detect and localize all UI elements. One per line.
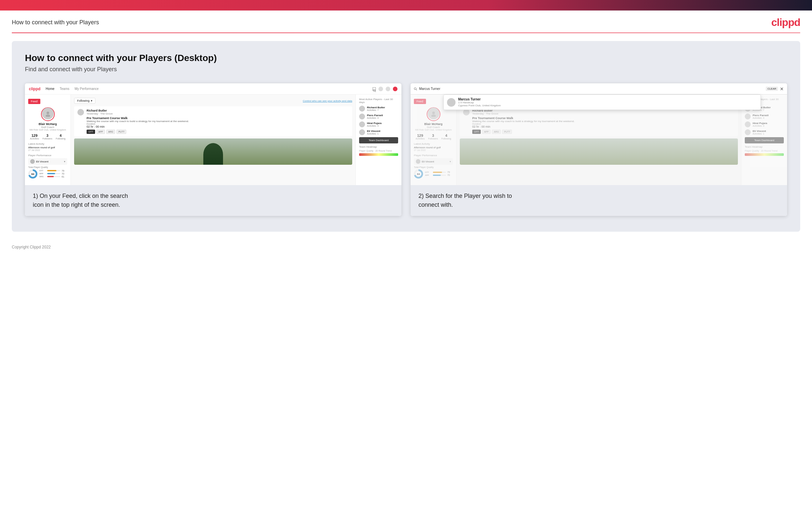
activity-location: Yesterday · The Grove (87, 112, 189, 115)
mockup-middle-1: Following ▾ Control who can see your act… (71, 94, 355, 185)
svg-point-6 (414, 88, 416, 90)
avatar-ring-2 (427, 107, 440, 121)
svg-point-9 (431, 115, 436, 117)
player-perf-section-2: Player Performance Eli Vincent ▾ Total P… (414, 154, 453, 178)
stat-activities: 129 Activities (30, 134, 39, 140)
search-result-avatar (447, 98, 456, 107)
search-input-value[interactable]: Marcus Turner (419, 87, 764, 91)
panel-1-caption: 1) On your Feed, click on the search ico… (25, 185, 401, 216)
tag-putt[interactable]: PUTT (116, 130, 126, 134)
player-name-3: Hiral Pujara (367, 122, 381, 125)
svg-point-0 (373, 89, 375, 91)
svg-point-3 (46, 115, 50, 117)
search-icon[interactable] (373, 87, 376, 91)
feed-tab[interactable]: Feed (28, 99, 40, 104)
profile-role-2: Golf Coach (414, 126, 453, 129)
nav-home[interactable]: Home (46, 87, 54, 91)
search-result-name: Marcus Turner (458, 97, 501, 101)
duration-value: 02 hr : 00 min (87, 125, 189, 128)
following-button[interactable]: Following ▾ (74, 98, 95, 104)
mockup-logo-1: clippd (29, 87, 40, 91)
player-name-1: Richard Butler (367, 106, 385, 109)
user-avatar-icon[interactable] (393, 87, 397, 91)
player-avatar-1 (359, 106, 365, 112)
player-avatar-4 (359, 129, 365, 135)
search-result-dropdown[interactable]: Marcus Turner 1-5 Handicap Cypress Point… (443, 94, 761, 110)
nav-teams[interactable]: Teams (60, 87, 69, 91)
mockup-body-1: Feed Blair McHarg Golf Coach Mill Ride G… (25, 94, 401, 185)
player-name-2: Piers Parnell (367, 114, 383, 117)
player-acts-4: Activities: 1 (367, 133, 380, 135)
player-name-4: Eli Vincent (367, 130, 380, 133)
activity-title: Pre Tournament Course Walk (87, 117, 189, 120)
stats-row: 129 Activities 3 Followers 4 Following (28, 134, 67, 140)
player-avatar-2 (359, 114, 365, 120)
profile-name-2: Blair McHarg (414, 122, 453, 126)
profile-club-2: Mill Ride Golf Club, United Kingdom (414, 129, 453, 131)
most-active-title: Most Active Players - Last 30 days (359, 98, 398, 104)
profile-section-2: Blair McHarg Golf Coach Mill Ride Golf C… (414, 107, 453, 131)
player-selector[interactable]: Eli Vincent ▾ (28, 158, 67, 165)
nav-right (373, 87, 397, 91)
latest-activity-date: 27 Jul 2022 (28, 149, 67, 151)
control-link[interactable]: Control who can see your activity and da… (303, 99, 352, 102)
activity-card-avatar (78, 109, 84, 116)
tag-arg[interactable]: ARG (106, 130, 115, 134)
player-item-3: Hiral Pujara Activities: 3 (359, 121, 398, 127)
svg-point-8 (432, 112, 435, 114)
chevron-down-icon: ▾ (64, 160, 65, 163)
stat-followers: 3 Followers (43, 134, 52, 140)
footer: Copyright Clippd 2022 (0, 240, 812, 255)
mockup-right-1: Most Active Players - Last 30 days Richa… (355, 94, 401, 185)
top-bar (0, 0, 812, 10)
clear-button[interactable]: CLEAR (766, 87, 778, 91)
team-heatmap-title: Team Heatmap (359, 145, 398, 148)
copyright: Copyright Clippd 2022 (12, 245, 51, 249)
search-result-location: Cypress Point Club, United Kingdom (458, 104, 501, 107)
player-perf-title: Player Performance (28, 154, 67, 157)
latest-activity-label: Latest Activity (28, 142, 67, 145)
tag-app[interactable]: APP (96, 130, 105, 134)
stat-following: 4 Following (56, 134, 65, 140)
heatmap-bar (359, 153, 398, 156)
score-bars: OTT 79 APP 70 (39, 170, 64, 178)
player-selector-name: Eli Vincent (36, 160, 63, 163)
settings-icon[interactable] (386, 87, 390, 91)
player-acts-3: Activities: 3 (367, 125, 381, 127)
profile-role: Golf Coach (28, 126, 67, 129)
score-circle: 84 (30, 171, 36, 177)
search-icon-overlay (414, 87, 417, 91)
score-bar-app: APP 70 (39, 173, 64, 175)
panel-2-caption: 2) Search for the Player you wish to con… (411, 185, 787, 216)
main-title: How to connect with your Players (Deskto… (25, 53, 787, 64)
search-bar-overlay: Marcus Turner CLEAR ✕ (411, 83, 787, 94)
player-item-1: Richard Butler Activities: 7 (359, 106, 398, 112)
header-divider (12, 33, 800, 33)
svg-line-7 (416, 89, 417, 90)
panels: clippd Home Teams My Performance (25, 83, 787, 216)
score-bar-arg: ARG 61 (39, 176, 64, 178)
player-selector-avatar (30, 159, 35, 164)
team-heatmap-sub: Player Quality · 20 Round Trend (359, 150, 398, 152)
nav-my-performance[interactable]: My Performance (75, 87, 98, 91)
player-item-4: Eli Vincent Activities: 1 (359, 129, 398, 135)
team-dashboard-button[interactable]: Team Dashboard (359, 137, 398, 143)
tag-ott[interactable]: OTT (87, 130, 95, 134)
profile-icon[interactable] (378, 87, 383, 91)
stats-row-2: 129 Activities 3 Followers 4 Following (414, 134, 453, 140)
mockup-left-1: Feed Blair McHarg Golf Coach Mill Ride G… (25, 94, 71, 185)
duration-label: Duration (87, 123, 189, 125)
latest-activity-name: Afternoon round of golf (28, 146, 67, 149)
activity-card-1: Richard Butler Yesterday · The Grove Pre… (74, 106, 352, 136)
feed-tab-2: Feed (414, 99, 426, 104)
profile-club: Mill Ride Golf Club, United Kingdom (28, 129, 67, 131)
page-title: How to connect with your Players (12, 19, 99, 26)
profile-name: Blair McHarg (28, 122, 67, 126)
total-qual-label: Total Player Quality (28, 166, 67, 168)
header: How to connect with your Players clippd (0, 10, 812, 33)
activity-person-name: Richard Butler (87, 109, 189, 112)
panel-1: clippd Home Teams My Performance (25, 83, 401, 216)
mockup-nav-1: clippd Home Teams My Performance (25, 83, 401, 94)
close-icon[interactable]: ✕ (780, 86, 784, 92)
chevron-down-icon: ▾ (91, 99, 93, 102)
